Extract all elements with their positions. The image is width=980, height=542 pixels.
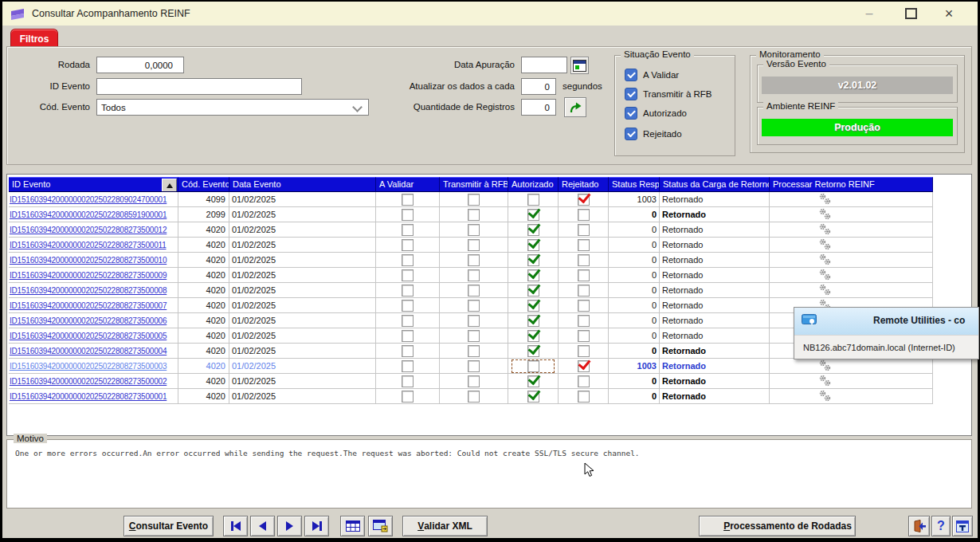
checkbox-checked-icon[interactable]	[625, 107, 637, 120]
checkbox-unchecked-icon[interactable]	[402, 315, 414, 327]
event-id-link[interactable]: ID15160394200000002025022808273500007	[9, 301, 167, 310]
checkbox-checked-icon[interactable]	[625, 88, 637, 100]
table-row[interactable]: ID15160394200000002025022808273500001402…	[9, 389, 933, 404]
situacao-option-3[interactable]: Rejeitado	[625, 128, 682, 140]
gears-icon[interactable]	[819, 208, 833, 221]
checkbox-unchecked-icon[interactable]	[402, 254, 414, 266]
exit-button[interactable]	[908, 516, 930, 536]
checkbox-unchecked-icon[interactable]	[468, 285, 480, 297]
gears-icon[interactable]	[819, 390, 833, 403]
column-header-transmitir-rfb[interactable]: Transmitir à RFB	[440, 177, 508, 192]
id-evento-input[interactable]	[96, 78, 302, 95]
checkbox-unchecked-icon[interactable]	[402, 360, 414, 372]
rodada-input[interactable]: 0,0000	[96, 57, 184, 73]
event-id-link[interactable]: ID15160394200000002025022808273500002	[9, 377, 167, 386]
checkbox-unchecked-icon[interactable]	[468, 345, 480, 357]
minimize-button[interactable]: –	[853, 2, 885, 26]
refresh-button[interactable]	[564, 97, 586, 117]
nav-previous-button[interactable]	[250, 516, 275, 536]
gears-icon[interactable]	[819, 269, 833, 281]
checkbox-unchecked-icon[interactable]	[527, 360, 539, 372]
grid-view-button[interactable]	[340, 516, 365, 536]
table-row[interactable]: ID15160394200000002025022808591900001209…	[9, 207, 933, 222]
event-id-link[interactable]: ID15160394200000002025022808273500008	[9, 286, 167, 295]
table-row[interactable]: ID15160394200000002025022808273500012402…	[9, 222, 933, 238]
checkbox-checked-icon[interactable]	[527, 345, 539, 357]
checkbox-unchecked-icon[interactable]	[402, 239, 414, 251]
column-header-status-da-carga-de-retorno[interactable]: Status da Carga de Retorno	[660, 177, 770, 192]
checkbox-unchecked-icon[interactable]	[578, 345, 590, 357]
gears-icon[interactable]	[819, 193, 833, 206]
event-id-link[interactable]: ID15160394200000002025022809024700001	[9, 195, 167, 204]
validar-xml-button[interactable]: Validar XML	[402, 516, 488, 536]
column-header-data-evento[interactable]: Data Evento	[229, 177, 376, 192]
checkbox-checked-icon[interactable]	[527, 285, 539, 297]
motivo-group[interactable]: Motivo One or more errors occurred.An er…	[6, 439, 972, 509]
column-header-processar-retorno-reinf[interactable]: Processar Retorno REINF	[770, 177, 933, 192]
checkbox-unchecked-icon[interactable]	[578, 285, 590, 297]
checkbox-checked-icon[interactable]	[527, 315, 539, 327]
checkbox-unchecked-icon[interactable]	[402, 209, 414, 221]
column-header-rejeitado[interactable]: Rejeitado	[559, 177, 609, 192]
checkbox-checked-icon[interactable]	[527, 239, 539, 251]
checkbox-unchecked-icon[interactable]	[468, 224, 480, 236]
consultar-evento-button[interactable]: Consultar Evento	[123, 516, 214, 536]
checkbox-checked-icon[interactable]	[527, 254, 539, 266]
checkbox-unchecked-icon[interactable]	[468, 300, 480, 312]
checkbox-checked-icon[interactable]	[578, 194, 590, 206]
tab-filtros[interactable]: Filtros	[10, 29, 58, 48]
checkbox-checked-icon[interactable]	[625, 128, 637, 140]
checkbox-unchecked-icon[interactable]	[468, 194, 480, 206]
event-id-link[interactable]: ID15160394200000002025022808273500006	[9, 316, 167, 325]
checkbox-unchecked-icon[interactable]	[578, 224, 590, 236]
event-id-link[interactable]: ID15160394200000002025022808273500012	[9, 226, 167, 234]
nav-next-button[interactable]	[277, 516, 302, 536]
checkbox-unchecked-icon[interactable]	[402, 375, 414, 387]
checkbox-unchecked-icon[interactable]	[578, 269, 590, 281]
atualizar-input[interactable]: 0	[521, 78, 556, 95]
gears-icon[interactable]	[819, 359, 833, 372]
event-id-link[interactable]: ID15160394200000002025022808273500011	[9, 241, 167, 249]
checkbox-unchecked-icon[interactable]	[402, 391, 414, 403]
event-id-link[interactable]: ID15160394200000002025022808273500010	[9, 256, 167, 265]
checkbox-unchecked-icon[interactable]	[527, 194, 539, 206]
event-id-link[interactable]: ID15160394200000002025022808273500003	[9, 362, 167, 371]
checkbox-unchecked-icon[interactable]	[468, 254, 480, 266]
checkbox-unchecked-icon[interactable]	[468, 315, 480, 327]
table-row[interactable]: ID15160394200000002025022808273500008402…	[9, 283, 933, 298]
remote-utilities-popup[interactable]: Remote Utilities - co NB126.abc71domain.…	[794, 307, 979, 359]
table-row[interactable]: ID15160394200000002025022808273500002402…	[9, 374, 933, 389]
checkbox-unchecked-icon[interactable]	[402, 194, 414, 206]
situacao-option-2[interactable]: Autorizado	[625, 107, 687, 120]
gears-icon[interactable]	[819, 375, 833, 387]
column-header-a-validar[interactable]: A Validar	[376, 177, 440, 192]
checkbox-checked-icon[interactable]	[578, 360, 590, 372]
checkbox-checked-icon[interactable]	[527, 224, 539, 236]
calendar-button[interactable]	[570, 57, 589, 74]
checkbox-unchecked-icon[interactable]	[402, 269, 414, 281]
event-id-link[interactable]: ID15160394200000002025022808273500001	[9, 392, 167, 401]
situacao-option-1[interactable]: Transmitir à RFB	[625, 88, 711, 100]
checkbox-unchecked-icon[interactable]	[402, 224, 414, 236]
close-button[interactable]: ×	[933, 2, 965, 26]
checkbox-unchecked-icon[interactable]	[578, 239, 590, 251]
checkbox-unchecked-icon[interactable]	[578, 300, 590, 312]
checkbox-unchecked-icon[interactable]	[468, 239, 480, 251]
table-row[interactable]: ID15160394200000002025022809024700001409…	[9, 192, 933, 207]
processamento-rodadas-button[interactable]: Processamento de Rodadas	[699, 516, 856, 536]
checkbox-checked-icon[interactable]	[527, 330, 539, 342]
table-row[interactable]: ID15160394200000002025022808273500003402…	[9, 359, 933, 374]
situacao-option-0[interactable]: A Validar	[625, 69, 679, 81]
checkbox-unchecked-icon[interactable]	[402, 285, 414, 297]
checkbox-unchecked-icon[interactable]	[468, 360, 480, 372]
checkbox-unchecked-icon[interactable]	[578, 209, 590, 221]
checkbox-checked-icon[interactable]	[527, 269, 539, 281]
settings-window-button[interactable]	[952, 516, 973, 536]
checkbox-unchecked-icon[interactable]	[578, 315, 590, 327]
maximize-button[interactable]	[895, 2, 927, 26]
quantidade-input[interactable]: 0	[521, 99, 556, 116]
sort-ascending-button[interactable]	[162, 179, 177, 192]
column-header-id-evento[interactable]: ID Evento	[9, 177, 178, 192]
gears-icon[interactable]	[819, 284, 833, 297]
gears-icon[interactable]	[819, 238, 833, 251]
